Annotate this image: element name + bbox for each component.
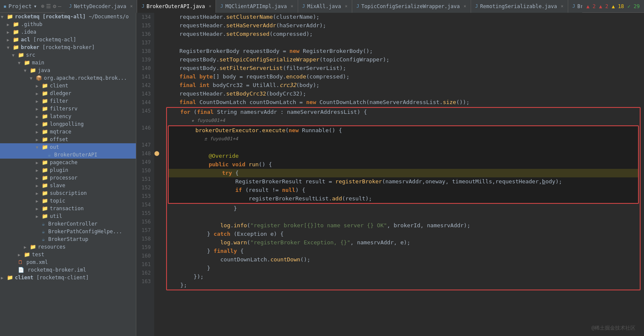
sidebar-item-out[interactable]: ▼ 📁 out <box>0 143 136 151</box>
nav-icon-add[interactable]: ⊕ <box>41 3 44 9</box>
offset-label: offset <box>50 136 68 142</box>
sidebar-item-topic[interactable]: ▶ 📁 topic <box>0 197 136 205</box>
sidebar-item-filtersrv[interactable]: ▶ 📁 filtersrv <box>0 105 136 113</box>
sidebar-item-broker-outer-api[interactable]: ☕ BrokerOuterAPI <box>0 151 136 159</box>
sidebar-item-client-root[interactable]: ▶ 📁 client [rocketmq-client] <box>0 274 136 281</box>
nav-icon-settings[interactable]: ⚙ <box>53 3 56 9</box>
code-editor[interactable]: 134 135 136 137 138 139 140 141 142 143 … <box>136 13 644 336</box>
sidebar-item-acl[interactable]: ▶ 📁 acl [rocketmq-acl] <box>0 36 136 43</box>
code-line-139: requestBody.setTopicConfigSerializeWrapp… <box>166 55 641 64</box>
code-line-158: log.warn("registerBroker Exception, {}",… <box>167 238 640 247</box>
tab-mix-all[interactable]: J MixAll.java × <box>298 0 352 13</box>
java-file-icon: J <box>302 3 305 9</box>
broker-path-label: BrokerPathConfigHelpe... <box>48 229 122 235</box>
sidebar-item-filter[interactable]: ▶ 📁 filter <box>0 97 136 105</box>
sidebar-item-src[interactable]: ▼ 📁 src <box>0 51 136 59</box>
code-line-160: countDownLatch.countDown(); <box>167 255 640 264</box>
folder-icon: 📁 <box>42 198 48 204</box>
sidebar-item-java[interactable]: ▼ 📁 java <box>0 67 136 74</box>
sidebar-item-broker-startup[interactable]: ☕ BrokerStartup <box>0 235 136 243</box>
code-line-144: final CountDownLatch countDownLatch = ne… <box>166 98 641 107</box>
outer-highlight-box: for (final String namesrvAddr : nameServ… <box>166 107 641 290</box>
expand-icon: ▶ <box>1 275 5 280</box>
sidebar-item-longpolling[interactable]: ▶ 📁 longpolling <box>0 120 136 128</box>
sidebar-item-broker[interactable]: ▼ 📁 broker [rocketmq-broker] <box>0 43 136 51</box>
tab-broker-outer-api[interactable]: J BrokerOuterAPI.java × <box>137 0 216 13</box>
tab-close-icon[interactable]: × <box>463 4 466 9</box>
tab-close-icon[interactable]: × <box>209 4 211 9</box>
code-line-162: }); <box>167 272 640 281</box>
tab-netty-decoder[interactable]: J NettyDecoder.java × <box>65 0 137 13</box>
project-title: Project <box>9 3 32 9</box>
tab-topic-config[interactable]: J TopicConfigSerializeWrapper.java × <box>352 0 471 13</box>
expand-icon: ▶ <box>36 107 40 111</box>
sidebar-item-idea[interactable]: ▶ 📁 .idea <box>0 28 136 36</box>
error-badge-1: ▲ 2 <box>586 3 596 9</box>
nav-icon-collapse[interactable]: ☰ <box>46 3 51 9</box>
expand-icon: ▶ <box>36 214 40 219</box>
processor-label: processor <box>50 175 78 181</box>
tab-broker-controller[interactable]: J BrokerController.j... × <box>568 0 582 13</box>
tab-remoting-serializable[interactable]: J RemotingSerializable.java × <box>471 0 568 13</box>
root-folder-icon: 📁 <box>7 14 13 20</box>
sidebar-item-broker-path[interactable]: ☕ BrokerPathConfigHelpe... <box>0 228 136 235</box>
sidebar-item-processor[interactable]: ▶ 📁 processor <box>0 174 136 182</box>
sidebar-item-slave[interactable]: ▶ 📁 slave <box>0 182 136 189</box>
sidebar-item-org[interactable]: ▼ 📦 org.apache.rocketmq.brok... <box>0 74 136 82</box>
sidebar-item-util[interactable]: ▶ 📁 util <box>0 212 136 220</box>
sidebar-item-main[interactable]: ▼ 📁 main <box>0 59 136 67</box>
project-folder-icon: ▪ <box>3 3 7 9</box>
code-line-149: public void run() { <box>169 160 638 169</box>
dledger-label: dledger <box>50 90 72 96</box>
sidebar-item-iml[interactable]: 📄 rocketmq-broker.iml <box>0 266 136 274</box>
project-dropdown-icon[interactable]: ▾ <box>34 3 37 9</box>
expand-icon: ▶ <box>36 168 40 173</box>
resources-label: resources <box>38 244 66 250</box>
sidebar-item-offset[interactable]: ▶ 📁 offset <box>0 136 136 143</box>
folder-icon: 📁 <box>13 44 19 50</box>
code-line-137 <box>166 38 641 47</box>
folder-icon: 📁 <box>42 190 48 196</box>
project-sidebar[interactable]: ▼ 📁 rocketmq [rocketmq-all] ~/Documents/… <box>0 13 136 336</box>
latency-label: latency <box>50 113 72 119</box>
java-file-icon: J <box>572 3 575 9</box>
java-file-icon: ☕ <box>42 236 45 242</box>
code-line-154: } <box>167 204 640 213</box>
sidebar-item-latency[interactable]: ▶ 📁 latency <box>0 113 136 120</box>
root-label: rocketmq [rocketmq-all] ~/Documents/o <box>15 14 129 20</box>
package-icon: 📦 <box>36 75 42 81</box>
sidebar-item-subscription[interactable]: ▶ 📁 subscription <box>0 189 136 197</box>
java-file-icon: J <box>69 3 72 9</box>
expand-icon: ▶ <box>7 22 11 27</box>
sidebar-item-mqtrace[interactable]: ▶ 📁 mqtrace <box>0 128 136 136</box>
tab-close-icon[interactable]: × <box>130 4 132 9</box>
expand-icon: ▶ <box>36 99 40 104</box>
tab-close-icon[interactable]: × <box>345 4 348 9</box>
tab-mq-client-api[interactable]: J MQClientAPIImpl.java × <box>216 0 298 13</box>
code-line-151: RegisterBrokerResult result = registerBr… <box>169 177 638 186</box>
sidebar-item-client[interactable]: ▶ 📁 client <box>0 82 136 90</box>
code-line-146: brokerOuterExecutor.execute(new Runnable… <box>169 126 638 135</box>
sidebar-item-transaction[interactable]: ▶ 📁 transaction <box>0 205 136 212</box>
sidebar-item-resources[interactable]: ▶ 📁 resources <box>0 243 136 251</box>
warnings-area: ▲ 2 ▲ 2 ▲ 18 ✓ 29 <box>582 3 644 9</box>
sidebar-item-root[interactable]: ▼ 📁 rocketmq [rocketmq-all] ~/Documents/… <box>0 13 136 20</box>
code-line-145-author: ★ fuyou001+4 <box>167 116 640 125</box>
nav-icon-close[interactable]: — <box>58 3 61 9</box>
code-line-148: @Override <box>169 152 638 160</box>
sidebar-item-test[interactable]: ▶ 📁 test <box>0 251 136 258</box>
tab-close-icon[interactable]: × <box>290 4 293 9</box>
sidebar-item-github[interactable]: ▶ 📁 .github <box>0 20 136 28</box>
sidebar-item-broker-controller[interactable]: ☕ BrokerController <box>0 220 136 228</box>
sidebar-item-dledger[interactable]: ▶ 📁 dledger <box>0 90 136 97</box>
folder-icon: 📁 <box>13 29 19 35</box>
tab-close-icon[interactable]: × <box>561 4 564 9</box>
sidebar-item-pom[interactable]: 🗒 pom.xml <box>0 258 136 266</box>
sidebar-item-pagecache[interactable]: ▶ 📁 pagecache <box>0 159 136 166</box>
longpolling-label: longpolling <box>50 121 83 127</box>
sidebar-item-plugin[interactable]: ▶ 📁 plugin <box>0 166 136 174</box>
project-section[interactable]: ▪ Project ▾ ⊕ ☰ ⚙ — <box>0 3 65 9</box>
folder-icon: 📁 <box>42 206 48 211</box>
broker-label: broker [rocketmq-broker] <box>21 44 95 50</box>
pagecache-label: pagecache <box>50 159 78 165</box>
